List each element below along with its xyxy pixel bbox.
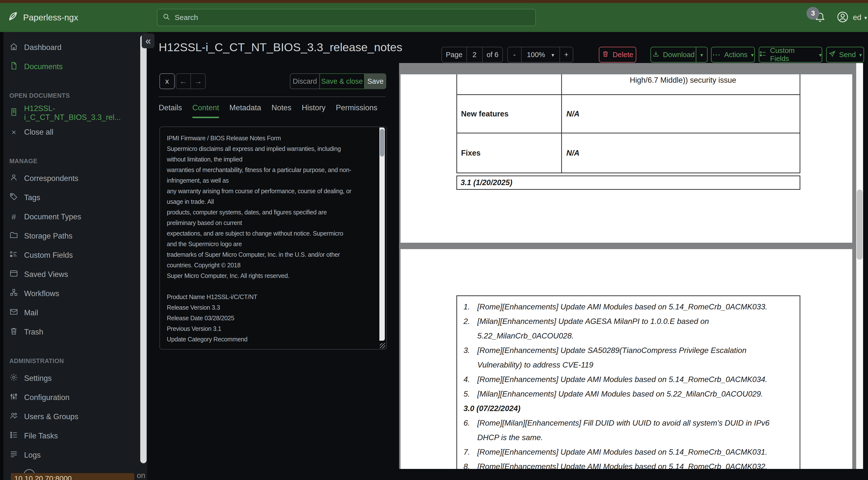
sidebar-item-label: Mail — [24, 308, 38, 317]
download-split-button: Download ▾ — [651, 47, 708, 62]
list-item: 6.[Rome][Milan][Enhancements] Fill DUID … — [464, 416, 800, 445]
sidebar-item-workflows[interactable]: Workflows — [0, 284, 147, 303]
download-dropdown-button[interactable]: ▾ — [696, 47, 707, 62]
sidebar-item-label: Storage Paths — [24, 232, 72, 240]
tab-content[interactable]: Content — [192, 103, 219, 118]
sidebar-section-manage: MANAGE — [0, 153, 147, 169]
actions-button[interactable]: ⋯ Actions ▾ — [711, 47, 755, 62]
window-top-stripe — [0, 0, 868, 3]
folder-icon — [9, 231, 18, 241]
tab-notes[interactable]: Notes — [272, 103, 291, 118]
document-nav-arrows: ← → — [176, 73, 206, 89]
sidebar-item-label: Users & Groups — [24, 412, 79, 421]
save-and-close-button[interactable]: Save & close — [319, 73, 365, 89]
download-button[interactable]: Download — [651, 47, 696, 62]
version-heading-row: 3.1 (1/20/2025) — [456, 176, 800, 190]
sidebar-item-saved-views[interactable]: Saved Views — [0, 265, 147, 284]
documents-icon — [9, 61, 18, 72]
hash-icon: # — [9, 212, 18, 221]
brand: Paperless-ngx — [7, 3, 78, 32]
delete-button[interactable]: Delete — [599, 47, 636, 62]
sidebar-item-trash[interactable]: Trash — [0, 323, 147, 342]
search-input[interactable]: Search — [157, 9, 536, 26]
sidebar-item-settings[interactable]: Settings — [0, 369, 147, 388]
viewer-scrollbar-thumb[interactable] — [857, 189, 863, 260]
sidebar-item-storage-paths[interactable]: Storage Paths — [0, 227, 147, 246]
notifications-button[interactable]: 3 — [814, 11, 826, 24]
window-icon — [9, 269, 18, 280]
app-header: Paperless-ngx Search 3 ed ▾ — [0, 3, 868, 32]
list-item: 8.[Rome][Enhancements] Update AMI Module… — [464, 459, 800, 469]
sidebar-item-label: H12SSL-i_C_CT_NT_BIOS_3.3_rel... — [24, 104, 147, 122]
tab-details[interactable]: Details — [159, 103, 182, 118]
sidebar-item-tags[interactable]: Tags — [0, 188, 147, 207]
zoom-out-button[interactable]: - — [508, 47, 521, 62]
header-right: 3 ed ▾ — [814, 3, 867, 32]
status-url-tooltip: 10.10.20.70:8000 — [11, 473, 134, 480]
chevron-down-icon: ▾ — [751, 52, 754, 58]
sidebar-item-document-types[interactable]: # Document Types — [0, 207, 147, 227]
custom-fields-button[interactable]: Custom Fields ▾ — [759, 47, 822, 62]
sidebar-item-documents[interactable]: Documents — [0, 57, 147, 76]
tab-permissions[interactable]: Permissions — [336, 103, 377, 118]
viewer-scrollbar-track[interactable] — [856, 63, 863, 469]
list-item: 3.[Rome][Enhancements] Update SA50289(Ti… — [464, 343, 800, 372]
sidebar-item-open-document[interactable]: H12SSL-i_C_CT_NT_BIOS_3.3_rel... — [0, 103, 147, 123]
textarea-resize-grip[interactable] — [380, 343, 385, 349]
discard-button[interactable]: Discard — [290, 73, 320, 89]
previous-document-button[interactable]: ← — [176, 74, 191, 89]
sidebar-item-label: Documents — [24, 62, 63, 71]
sliders-icon — [9, 392, 18, 403]
panel-divider — [159, 96, 385, 97]
zoom-in-button[interactable]: + — [559, 47, 573, 62]
save-button-group: Discard Save & close Save — [290, 73, 386, 89]
zoom-control-group: - 100% ▾ + — [507, 47, 573, 62]
chevron-down-icon: ▾ — [864, 15, 867, 21]
avatar-icon[interactable] — [837, 11, 849, 24]
radio-list-icon — [9, 250, 18, 261]
sidebar-item-correspondents[interactable]: Correspondents — [0, 169, 147, 188]
sidebar-item-close-all[interactable]: × Close all — [0, 123, 147, 142]
pdf-page-1: High/6.7 Middle)) security issue New fea… — [401, 74, 852, 243]
sidebar-item-label: Dashboard — [24, 43, 62, 52]
custom-fields-label: Custom Fields — [770, 47, 815, 63]
gear-icon — [9, 373, 18, 384]
boxes-icon — [9, 288, 18, 299]
sidebar-item-label: Saved Views — [24, 270, 68, 279]
sidebar-item-logs[interactable]: Logs — [0, 446, 147, 465]
tab-history[interactable]: History — [302, 103, 326, 118]
trash-icon — [9, 327, 18, 337]
sidebar-item-file-tasks[interactable]: File Tasks — [0, 426, 147, 446]
save-button[interactable]: Save — [365, 73, 386, 89]
content-textarea[interactable]: IPMI Firmware / BIOS Release Notes Form … — [159, 126, 387, 350]
page-navigation-group: Page 2 of 6 — [441, 47, 503, 62]
next-document-button[interactable]: → — [191, 74, 205, 89]
brand-name: Paperless-ngx — [23, 12, 78, 22]
textarea-scrollbar-track[interactable] — [379, 127, 385, 341]
sidebar-scrollbar[interactable] — [140, 35, 147, 463]
sidebar-item-mail[interactable]: Mail — [0, 303, 147, 323]
list-item: 5.[Milan][Enhancements] Update AMI Modul… — [464, 387, 800, 401]
page-total-label: of 6 — [482, 47, 502, 62]
tag-icon — [9, 192, 18, 203]
tab-metadata[interactable]: Metadata — [229, 103, 261, 118]
table-cell: N/A — [561, 133, 800, 173]
release-notes-table: High/6.7 Middle)) security issue New fea… — [456, 74, 800, 173]
search-icon — [162, 13, 170, 22]
table-cell: N/A — [561, 95, 800, 133]
user-menu[interactable]: ed ▾ — [853, 13, 867, 22]
list-item: 2.[Milan][Enhancements] Update AGESA Mil… — [464, 314, 800, 343]
text-lines-icon — [9, 450, 18, 460]
send-label: Send — [839, 51, 856, 59]
zoom-level-select[interactable]: 100% ▾ — [521, 47, 559, 62]
send-button[interactable]: Send ▾ — [826, 47, 864, 62]
page-number-input[interactable]: 2 — [466, 47, 482, 62]
sidebar-item-documentation-partial[interactable]: on — [137, 471, 145, 480]
close-document-button[interactable]: x — [159, 73, 175, 89]
sidebar-item-users-groups[interactable]: Users & Groups — [0, 407, 147, 426]
sidebar-collapse-button[interactable]: « — [142, 33, 155, 48]
sidebar-item-configuration[interactable]: Configuration — [0, 388, 147, 407]
textarea-scrollbar-thumb[interactable] — [380, 129, 384, 156]
sidebar-item-custom-fields[interactable]: Custom Fields — [0, 246, 147, 265]
sidebar-item-dashboard[interactable]: Dashboard — [0, 38, 147, 57]
